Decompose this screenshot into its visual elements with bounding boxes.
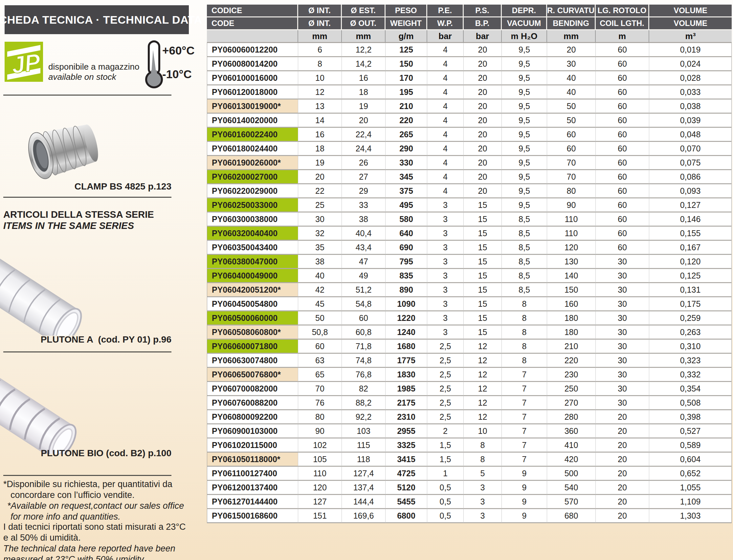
cell-volume: 0,175: [649, 297, 732, 311]
cell-code: PY060500060000: [207, 311, 298, 325]
cell-d-est: 115: [342, 438, 386, 453]
cell-d-int: 65: [298, 368, 342, 382]
cell-depr: 9,5: [502, 85, 547, 100]
cell-d-est: 118: [342, 453, 386, 467]
cell-peso: 1775: [386, 354, 427, 368]
cell-d-int: 35: [298, 241, 342, 255]
cell-volume: 0,019: [649, 43, 732, 57]
cell-peso: 1220: [386, 311, 427, 325]
cell-peso: 345: [386, 170, 427, 184]
cell-rotolo: 60: [596, 43, 649, 57]
cell-d-int: 18: [298, 142, 342, 156]
jp-logo-mark: JP: [5, 42, 43, 82]
cell-peso: 3415: [386, 453, 427, 467]
cell-rotolo: 20: [596, 509, 649, 523]
cell-code: PY061500168600: [207, 509, 298, 523]
cell-pe: 3: [427, 269, 464, 283]
cell-code: PY060650076800*: [207, 368, 298, 382]
cell-curvatura: 680: [547, 509, 596, 523]
cell-curvatura: 410: [547, 438, 596, 453]
cell-curvatura: 210: [547, 340, 596, 354]
cell-pe: 1,5: [427, 438, 464, 453]
cell-rotolo: 20: [596, 438, 649, 453]
cell-ps: 20: [464, 43, 502, 57]
unit-cell: mm: [342, 30, 386, 43]
table-row: PY0606000718006071,816802,5128210300,310: [207, 340, 732, 354]
cell-code: PY060630074800: [207, 354, 298, 368]
cell-volume: 0,323: [649, 354, 732, 368]
cell-depr: 9,5: [502, 170, 547, 184]
cell-curvatura: 230: [547, 368, 596, 382]
page-background: { "header": { "title": "SCHEDA TECNICA ·…: [0, 0, 733, 560]
cell-ps: 12: [464, 396, 502, 410]
cell-d-est: 76,8: [342, 368, 386, 382]
table-row: PY06040004900040498353158,5140300,125: [207, 269, 732, 283]
unit-cell: m³: [649, 30, 732, 43]
header-cell-en: BENDING: [547, 17, 596, 30]
cell-volume: 0,070: [649, 142, 732, 156]
cell-curvatura: 50: [547, 100, 596, 114]
cell-depr: 7: [502, 453, 547, 467]
technical-data-header-bar: SCHEDA TECNICA · TECHNICAL DATA: [5, 5, 189, 34]
cell-rotolo: 30: [596, 396, 649, 410]
cell-volume: 0,033: [649, 85, 732, 100]
plutone-a-caption: PLUTONE A (cod. PY 01) p.96: [3, 334, 171, 345]
cell-d-est: 22,4: [342, 128, 386, 142]
cell-depr: 9: [502, 495, 547, 509]
cell-curvatura: 180: [547, 325, 596, 340]
clamp-fitting-image: [23, 110, 108, 190]
table-row: PY06025003300025334953159,590600,127: [207, 198, 732, 213]
cell-peso: 2310: [386, 410, 427, 424]
cell-ps: 12: [464, 340, 502, 354]
cell-curvatura: 60: [547, 128, 596, 142]
footnote-measure-en-line2: measured at 23°C with 50% umidity.: [3, 554, 186, 560]
cell-rotolo: 30: [596, 311, 649, 325]
cell-d-int: 50,8: [298, 325, 342, 340]
cell-curvatura: 110: [547, 213, 596, 227]
cell-peso: 3325: [386, 438, 427, 453]
cell-peso: 1830: [386, 368, 427, 382]
hose-plutone-bio-image: [0, 355, 95, 455]
cell-d-est: 16: [342, 71, 386, 85]
cell-depr: 9,5: [502, 128, 547, 142]
cell-ps: 15: [464, 269, 502, 283]
cell-code: PY060220029000: [207, 184, 298, 198]
cell-volume: 0,120: [649, 255, 732, 269]
cell-code: PY060200027000: [207, 170, 298, 184]
divider: [3, 197, 171, 198]
cell-volume: 0,167: [649, 241, 732, 255]
footnote-measure: I dati tecnici riportati sono stati misu…: [3, 522, 186, 560]
cell-ps: 15: [464, 297, 502, 311]
cell-code: PY060400049000: [207, 269, 298, 283]
cell-pe: 3: [427, 325, 464, 340]
divider: [3, 351, 171, 352]
header-cell-en: Ø INT.: [298, 17, 342, 30]
cell-curvatura: 270: [547, 396, 596, 410]
cell-d-int: 63: [298, 354, 342, 368]
cell-depr: 9,5: [502, 100, 547, 114]
cell-rotolo: 20: [596, 481, 649, 495]
table-row: PY0601800244001824,42904209,560600,070: [207, 142, 732, 156]
cell-depr: 9,5: [502, 156, 547, 170]
cell-peso: 835: [386, 269, 427, 283]
cell-ps: 20: [464, 170, 502, 184]
cell-curvatura: 20: [547, 43, 596, 57]
cell-code: PY060060012200: [207, 43, 298, 57]
cell-d-int: 12: [298, 85, 342, 100]
cell-curvatura: 30: [547, 57, 596, 71]
cell-peso: 2955: [386, 424, 427, 438]
cell-depr: 9,5: [502, 43, 547, 57]
unit-cell: mm: [298, 30, 342, 43]
cell-code: PY060700082000: [207, 382, 298, 396]
cell-pe: 2,5: [427, 396, 464, 410]
cell-pe: 2: [427, 424, 464, 438]
cell-depr: 8,5: [502, 227, 547, 241]
header-cell-it: DEPR.: [502, 5, 547, 17]
cell-ps: 20: [464, 85, 502, 100]
cell-volume: 0,604: [649, 453, 732, 467]
cell-ps: 15: [464, 227, 502, 241]
cell-d-est: 71,8: [342, 340, 386, 354]
header-cell-it: Ø INT.: [298, 5, 342, 17]
cell-depr: 8: [502, 297, 547, 311]
cell-pe: 3: [427, 227, 464, 241]
